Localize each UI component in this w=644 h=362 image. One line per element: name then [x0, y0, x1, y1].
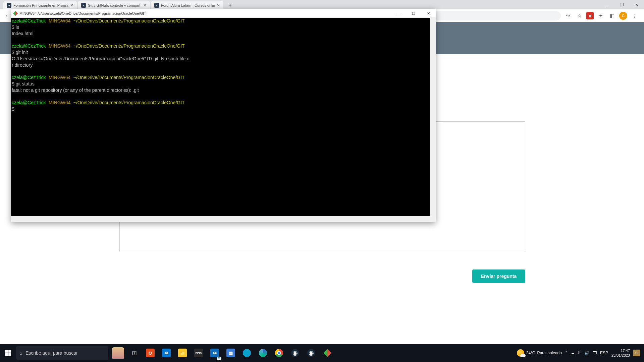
- search-placeholder: Escribe aquí para buscar: [25, 350, 78, 356]
- chevron-up-icon[interactable]: ˄: [565, 351, 567, 355]
- outlook-icon[interactable]: ✉: [158, 344, 174, 362]
- language-indicator[interactable]: ESP: [600, 351, 608, 355]
- browser-tab[interactable]: a Git y GitHub: controle y compart ✕: [78, 1, 150, 9]
- terminal-minimize-button[interactable]: —: [391, 9, 406, 18]
- pdf-extension-icon[interactable]: ▤: [586, 12, 594, 19]
- tab-title: Formación Principiante en Progra: [13, 3, 68, 7]
- steam2-icon[interactable]: ◉: [303, 344, 319, 362]
- maximize-button[interactable]: ❐: [614, 0, 629, 9]
- terminal-maximize-button[interactable]: ☐: [406, 9, 421, 18]
- terminal-bottom-border: [11, 216, 436, 222]
- wifi-icon[interactable]: ⠿: [578, 351, 581, 355]
- terminal-title: MINGW64:/c/Users/czela/OneDrive/Document…: [19, 11, 146, 15]
- file-explorer-icon[interactable]: 📁: [174, 344, 191, 362]
- git-bash-taskbar-icon[interactable]: [319, 344, 335, 362]
- tab-favicon: a: [154, 3, 159, 8]
- terminal-close-button[interactable]: ✕: [421, 9, 436, 18]
- cortana-icon[interactable]: [110, 344, 126, 362]
- svg-marker-8: [327, 349, 331, 357]
- svg-rect-6: [8, 353, 11, 356]
- clock-date: 23/01/2023: [611, 353, 630, 358]
- terminal-scrollbar[interactable]: [430, 18, 436, 216]
- svg-rect-5: [5, 353, 8, 356]
- share-icon[interactable]: ↪: [564, 11, 572, 20]
- start-button[interactable]: [0, 344, 16, 362]
- git-bash-window: MINGW64:/c/Users/czela/OneDrive/Document…: [11, 9, 436, 222]
- svg-marker-9: [323, 349, 327, 357]
- office-icon[interactable]: O: [142, 344, 158, 362]
- extensions-icon[interactable]: ✦: [596, 11, 605, 20]
- browser-tab[interactable]: a Foro | Alura Latam - Cursos onlin ✕: [151, 1, 223, 9]
- close-button[interactable]: ✕: [629, 0, 644, 9]
- task-view-icon[interactable]: ⊞: [126, 344, 142, 362]
- weather-icon: [517, 349, 524, 357]
- windows-taskbar: ⌕ Escribe aquí para buscar ⊞ O ✉ 📁 EPIC …: [0, 344, 644, 362]
- terminal-output[interactable]: czela@CezTrick MINGW64 ~/OneDrive/Docume…: [11, 18, 430, 216]
- minimize-button[interactable]: ⎯: [600, 0, 614, 9]
- new-tab-button[interactable]: +: [226, 1, 234, 9]
- terminal-titlebar[interactable]: MINGW64:/c/Users/czela/OneDrive/Document…: [11, 9, 436, 18]
- taskbar-pinned-apps: ⊞ O ✉ 📁 EPIC ✉22 ▦ ◉ ◉: [110, 344, 335, 362]
- svg-rect-4: [8, 350, 11, 353]
- system-tray: 24°C Parc. soleado ˄ ☁ ⠿ 🔊 🗔 ESP 17:47 2…: [517, 348, 644, 358]
- epic-games-icon[interactable]: EPIC: [191, 344, 207, 362]
- calculator-icon[interactable]: ▦: [223, 344, 239, 362]
- onedrive-icon[interactable]: ☁: [571, 351, 575, 355]
- chrome-icon[interactable]: [271, 344, 287, 362]
- clock-time: 17:47: [611, 348, 630, 353]
- volume-icon[interactable]: 🔊: [584, 351, 589, 355]
- browser-window-controls: ⎯ ❐ ✕: [600, 0, 644, 9]
- tab-favicon: a: [81, 3, 86, 8]
- weather-temp: 24°C: [526, 351, 535, 355]
- browser-tab-strip: a Formación Principiante en Progra ✕ a G…: [0, 0, 644, 9]
- browser-tab[interactable]: a Formación Principiante en Progra ✕: [3, 1, 77, 9]
- bookmark-star-icon[interactable]: ☆: [575, 11, 584, 20]
- profile-avatar[interactable]: C: [619, 12, 627, 20]
- weather-label: Parc. soleado: [537, 351, 562, 355]
- submit-question-button[interactable]: Enviar pregunta: [472, 269, 525, 283]
- weather-widget[interactable]: 24°C Parc. soleado: [517, 349, 562, 357]
- side-panel-icon[interactable]: ◧: [608, 11, 616, 20]
- steam-icon[interactable]: ◉: [287, 344, 303, 362]
- tab-title: Git y GitHub: controle y compart: [88, 3, 142, 7]
- mail-icon[interactable]: ✉22: [207, 344, 223, 362]
- taskbar-search[interactable]: ⌕ Escribe aquí para buscar: [16, 346, 108, 360]
- svg-rect-3: [5, 350, 8, 353]
- taskbar-clock[interactable]: 17:47 23/01/2023: [611, 348, 630, 358]
- vpn-icon[interactable]: [239, 344, 255, 362]
- search-icon: ⌕: [19, 350, 22, 356]
- battery-icon[interactable]: 🗔: [593, 351, 597, 355]
- git-bash-logo-icon: [13, 11, 18, 16]
- tab-close-icon[interactable]: ✕: [217, 3, 220, 8]
- tab-favicon: a: [7, 3, 11, 8]
- edge-icon[interactable]: [255, 344, 271, 362]
- notifications-icon[interactable]: 19: [633, 350, 640, 356]
- tab-close-icon[interactable]: ✕: [70, 3, 73, 8]
- menu-icon[interactable]: ⋮: [630, 11, 639, 20]
- svg-marker-2: [13, 11, 15, 16]
- svg-marker-1: [15, 11, 18, 16]
- tab-close-icon[interactable]: ✕: [143, 3, 147, 8]
- tab-title: Foro | Alura Latam - Cursos onlin: [161, 3, 215, 7]
